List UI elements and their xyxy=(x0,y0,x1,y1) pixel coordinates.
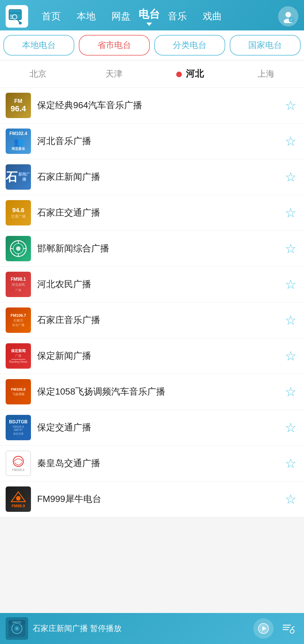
star-icon: ☆ xyxy=(285,278,296,291)
station-logo: BDJTGB FM104.8 AM747 保定交通 xyxy=(6,415,31,440)
sub-tab-local[interactable]: 本地电台 xyxy=(3,35,74,56)
sub-tab-national[interactable]: 国家电台 xyxy=(230,35,301,56)
player-playlist-button[interactable] xyxy=(278,618,298,639)
favorite-button[interactable]: ☆ xyxy=(283,98,298,113)
star-icon: ☆ xyxy=(285,493,296,506)
province-tab-shanghai[interactable]: 上海 xyxy=(228,64,304,84)
star-icon: ☆ xyxy=(285,242,296,255)
star-icon: ☆ xyxy=(285,457,296,470)
favorite-button[interactable]: ☆ xyxy=(283,312,298,328)
svg-point-22 xyxy=(16,496,21,501)
star-icon: ☆ xyxy=(285,421,296,434)
list-item[interactable]: FM106.7 石家庄 音乐广播 石家庄音乐广播 ☆ xyxy=(0,302,304,338)
nav-item-music[interactable]: 音乐 xyxy=(160,7,195,26)
user-button[interactable]: ✓ xyxy=(278,6,298,26)
app-logo[interactable] xyxy=(6,5,28,28)
list-item[interactable]: 保定新闻 广播 Baoding News 保定新闻广播 ☆ xyxy=(0,338,304,374)
station-name: 保定经典964汽车音乐广播 xyxy=(37,99,283,112)
favorite-button[interactable]: ☆ xyxy=(283,348,298,364)
nav-item-radio-container[interactable]: 电台 xyxy=(138,7,160,26)
station-name: 保定新闻广播 xyxy=(37,350,283,362)
province-tab-beijing[interactable]: 北京 xyxy=(0,64,76,84)
list-item[interactable]: FM 96.4 保定经典964汽车音乐广播 ☆ xyxy=(0,88,304,123)
nav-item-radio[interactable]: 电台 xyxy=(138,7,160,21)
province-tabs-bar: 北京 天津 河北 上海 xyxy=(0,60,304,88)
station-logo: FM102.4 👥 河北音乐 xyxy=(6,129,31,154)
svg-point-4 xyxy=(19,22,21,24)
station-logo-sjz-news: 石 新闻广播 xyxy=(6,164,31,190)
station-logo-sjz-traffic: 94.6 交通广播 xyxy=(6,200,31,225)
nav-item-home[interactable]: 首页 xyxy=(34,7,69,26)
favorite-button[interactable]: ☆ xyxy=(283,491,298,507)
station-name: 石家庄音乐广播 xyxy=(37,314,283,326)
favorite-button[interactable]: ☆ xyxy=(283,241,298,256)
list-item[interactable]: FM99.9 FM999犀牛电台 ☆ xyxy=(0,481,304,517)
album-art-icon: RADIO xyxy=(8,620,25,637)
station-name: 保定1058飞扬调频汽车音乐广播 xyxy=(37,386,283,398)
list-item[interactable]: FM98.1 河北农民 广播 河北农民广播 ☆ xyxy=(0,267,304,302)
station-name: 秦皇岛交通广播 xyxy=(37,457,283,470)
sub-tabs-bar: 本地电台 省市电台 分类电台 国家电台 xyxy=(0,30,304,60)
list-item[interactable]: 94.6 交通广播 石家庄交通广播 ☆ xyxy=(0,195,304,231)
station-list: FM 96.4 保定经典964汽车音乐广播 ☆ FM102.4 👥 河北音乐 河… xyxy=(0,88,304,517)
station-logo: FM 96.4 xyxy=(6,93,31,118)
station-logo: FM100.4 xyxy=(6,451,31,476)
favorite-button[interactable]: ☆ xyxy=(283,455,298,471)
station-logo: 石 新闻广播 xyxy=(6,164,31,190)
station-name: 河北农民广播 xyxy=(37,278,283,291)
nav-item-drama[interactable]: 戏曲 xyxy=(195,7,230,26)
favorite-button[interactable]: ☆ xyxy=(283,420,298,435)
station-name: 保定交通广播 xyxy=(37,421,283,434)
province-tab-hebei-label: 河北 xyxy=(186,68,204,79)
province-tab-hebei[interactable]: 河北 xyxy=(152,63,228,85)
list-item[interactable]: FM100.4 秦皇岛交通广播 ☆ xyxy=(0,446,304,481)
nav-item-cloud[interactable]: 网盘 xyxy=(104,7,138,26)
station-name: 石家庄新闻广播 xyxy=(37,171,283,183)
logo-icon xyxy=(8,7,26,25)
station-name: FM999犀牛电台 xyxy=(37,493,283,505)
player-album-art: RADIO xyxy=(6,617,28,640)
province-tab-tianjin[interactable]: 天津 xyxy=(76,64,152,84)
svg-point-8 xyxy=(285,12,291,17)
star-icon: ☆ xyxy=(285,314,296,327)
svg-text:FM100.4: FM100.4 xyxy=(12,468,24,472)
station-name: 邯郸新闻综合广播 xyxy=(37,242,283,255)
list-item[interactable]: 邯郸新闻综合广播 ☆ xyxy=(0,231,304,267)
station-logo: FM105.8 飞扬调频 xyxy=(6,379,31,404)
favorite-button[interactable]: ☆ xyxy=(283,276,298,292)
sub-tab-category[interactable]: 分类电台 xyxy=(154,35,225,56)
star-icon: ☆ xyxy=(285,206,296,219)
xiniiu-logo-svg xyxy=(10,490,27,503)
station-name: 石家庄交通广播 xyxy=(37,207,283,219)
list-item[interactable]: BDJTGB FM104.8 AM747 保定交通 保定交通广播 ☆ xyxy=(0,410,304,446)
list-item[interactable]: FM105.8 飞扬调频 保定1058飞扬调频汽车音乐广播 ☆ xyxy=(0,374,304,410)
star-icon: ☆ xyxy=(285,135,296,148)
svg-point-34 xyxy=(290,629,294,633)
favorite-button[interactable]: ☆ xyxy=(283,384,298,400)
favorite-button[interactable]: ☆ xyxy=(283,169,298,185)
nav-active-arrow xyxy=(146,23,152,26)
favorite-button[interactable]: ☆ xyxy=(283,205,298,221)
station-logo-baoding-traffic: BDJTGB FM104.8 AM747 保定交通 xyxy=(6,415,31,440)
list-item[interactable]: FM102.4 👥 河北音乐 河北音乐广播 ☆ xyxy=(0,123,304,159)
station-logo-xiniiu: FM99.9 xyxy=(6,486,31,512)
station-logo: 94.6 交通广播 xyxy=(6,200,31,225)
star-icon: ☆ xyxy=(285,171,296,183)
station-logo-nongmin: FM98.1 河北农民 广播 xyxy=(6,272,31,297)
list-item[interactable]: 石 新闻广播 石家庄新闻广播 ☆ xyxy=(0,159,304,195)
player-station-name: 石家庄新闻广播 暂停播放 xyxy=(33,624,122,633)
active-province-dot xyxy=(176,72,182,77)
station-logo: FM99.9 xyxy=(6,486,31,512)
svg-point-14 xyxy=(16,246,21,251)
star-icon: ☆ xyxy=(285,99,296,112)
station-logo-handan xyxy=(6,236,31,261)
nav-item-local[interactable]: 本地 xyxy=(69,7,104,26)
player-play-button[interactable] xyxy=(253,618,274,639)
sub-tab-province[interactable]: 省市电台 xyxy=(79,35,150,56)
handan-logo-svg xyxy=(8,239,28,258)
station-logo xyxy=(6,236,31,261)
svg-line-36 xyxy=(292,627,294,627)
user-icon: ✓ xyxy=(281,10,295,23)
favorite-button[interactable]: ☆ xyxy=(283,133,298,149)
header: 首页 本地 网盘 电台 音乐 戏曲 ✓ xyxy=(0,0,304,30)
